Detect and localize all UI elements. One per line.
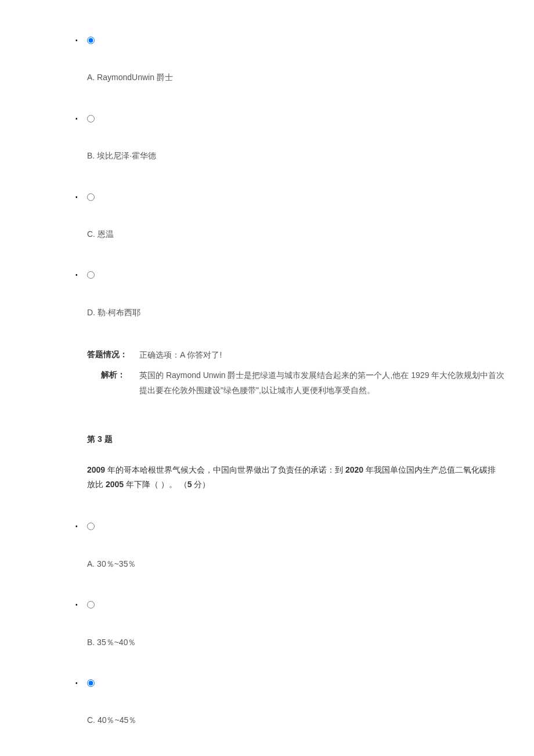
question-3-text: 2009 年的哥本哈根世界气候大会，中国向世界做出了负责任的承诺：到 2020 … [23,463,511,492]
header-suffix: 题 [102,434,113,444]
analysis-row: 解析： 英国的 Raymond Unwin 爵士是把绿道与城市发展结合起来的第一… [87,368,511,397]
answer-result-label: 答题情况： [87,348,139,361]
option-c-radio[interactable] [87,193,95,201]
option-b-label: B. 埃比尼泽·霍华德 [87,149,511,162]
radio-wrap [87,192,511,204]
radio-wrap [87,113,511,126]
option-c-label: C. 恩温 [87,228,511,240]
answer-result-text: 正确选项：A 你答对了! [139,348,222,362]
question-2-block: A. RaymondUnwin 爵士 B. 埃比尼泽·霍华德 C. 恩温 D. … [23,35,511,398]
radio-wrap [87,269,511,282]
option-a-label: A. 30％~35％ [87,557,511,570]
q3-text-2: 年的哥本哈根世界气候大会，中国向世界做出了负责任的承诺：到 [105,465,345,474]
question-3-block: 第 3 题 2009 年的哥本哈根世界气候大会，中国向世界做出了负责任的承诺：到… [23,433,511,727]
option-item-d: D. 勒·柯布西耶 [87,269,511,319]
header-prefix: 第 [87,434,98,444]
option-a-radio[interactable] [87,523,95,530]
analysis-text: 英国的 Raymond Unwin 爵士是把绿道与城市发展结合起来的第一个人,他… [139,368,511,397]
radio-wrap [87,678,511,690]
q3-text-3: 2020 [345,465,363,474]
option-item-b: B. 35％~40％ [87,599,511,649]
option-a-radio[interactable] [87,37,95,44]
q3-text-5: 2005 [106,480,124,489]
question-2-options-list: A. RaymondUnwin 爵士 B. 埃比尼泽·霍华德 C. 恩温 D. … [23,35,511,319]
option-item-c: C. 40％~45％ [87,678,511,727]
option-item-c: C. 恩温 [87,192,511,241]
answer-section: 答题情况： 正确选项：A 你答对了! 解析： 英国的 Raymond Unwin… [23,348,511,398]
q3-text-6: 年下降（ ）。 （ [124,480,187,489]
q3-text-8: 分） [192,480,211,489]
option-item-a: A. RaymondUnwin 爵士 [87,35,511,84]
option-c-label: C. 40％~45％ [87,714,511,726]
header-number: 3 [98,434,102,444]
radio-wrap [87,521,511,534]
option-b-radio[interactable] [87,115,95,123]
analysis-label: 解析： [87,368,139,381]
q3-text-1: 2009 [87,465,105,474]
option-item-b: B. 埃比尼泽·霍华德 [87,113,511,163]
option-item-a: A. 30％~35％ [87,521,511,570]
radio-wrap [87,35,511,48]
answer-result-row: 答题情况： 正确选项：A 你答对了! [87,348,511,362]
question-3-header: 第 3 题 [23,433,511,445]
radio-wrap [87,599,511,612]
option-d-label: D. 勒·柯布西耶 [87,306,511,319]
option-d-radio[interactable] [87,271,95,279]
question-3-options-list: A. 30％~35％ B. 35％~40％ C. 40％~45％ [23,521,511,726]
option-a-label: A. RaymondUnwin 爵士 [87,71,511,84]
q3-text-7: 5 [187,480,192,489]
option-b-label: B. 35％~40％ [87,636,511,649]
option-b-radio[interactable] [87,601,95,609]
option-c-radio[interactable] [87,679,95,687]
